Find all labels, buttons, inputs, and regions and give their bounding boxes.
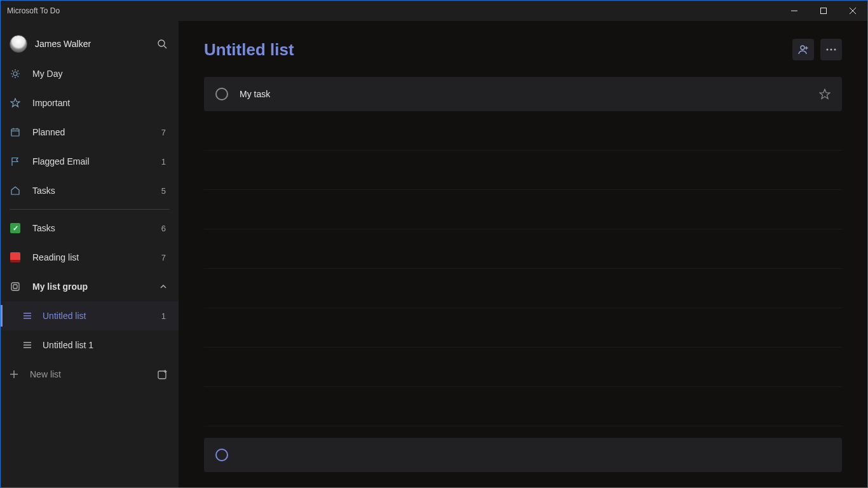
sidebar-item-count: 1 [161, 157, 170, 166]
svg-line-5 [164, 46, 166, 48]
sun-icon [10, 69, 21, 79]
flag-icon [10, 156, 21, 166]
app-body: James Walker [1, 21, 867, 487]
sidebar-item-label: Important [32, 98, 154, 108]
sidebar-group-item-untitled-1[interactable]: Untitled list 1 [1, 330, 179, 360]
sidebar-item-my-day[interactable]: My Day [1, 59, 179, 88]
header-actions [792, 39, 842, 60]
chevron-up-icon [159, 283, 167, 290]
list-lines-icon [22, 311, 32, 321]
svg-rect-31 [158, 371, 166, 379]
empty-row [204, 234, 842, 269]
group-icon [10, 281, 21, 292]
list-color-icon [10, 252, 21, 262]
close-button[interactable] [838, 1, 867, 21]
tasks-area: My task [204, 77, 842, 475]
svg-rect-16 [11, 129, 19, 136]
maximize-button[interactable] [809, 1, 838, 21]
sidebar-item-important[interactable]: Important [1, 88, 179, 118]
list-color-icon [10, 223, 21, 233]
task-title: My task [240, 89, 808, 99]
minimize-button[interactable] [780, 1, 809, 21]
empty-row [204, 274, 842, 308]
svg-line-13 [12, 76, 13, 78]
sidebar-item-count: 6 [161, 224, 170, 233]
sidebar-divider [10, 209, 170, 210]
sidebar-item-flagged[interactable]: Flagged Email 1 [1, 147, 179, 176]
svg-point-6 [13, 72, 17, 76]
svg-point-4 [158, 40, 165, 46]
svg-point-34 [801, 46, 804, 50]
empty-row [204, 195, 842, 229]
sidebar-group-item-untitled[interactable]: Untitled list 1 [1, 301, 179, 330]
add-task-input[interactable] [240, 450, 831, 460]
sidebar-item-label: Planned [32, 127, 150, 137]
window-title: Microsoft To Do [7, 6, 60, 15]
svg-rect-1 [821, 8, 827, 14]
sidebar-group-label: My list group [32, 281, 170, 292]
svg-line-12 [18, 76, 19, 78]
sidebar-list-tasks[interactable]: Tasks 6 [1, 214, 179, 243]
sidebar-item-planned[interactable]: Planned 7 [1, 118, 179, 147]
avatar [10, 35, 27, 53]
sidebar-group-header[interactable]: My list group [1, 272, 179, 301]
star-icon [10, 98, 21, 108]
sidebar-item-label: My Day [32, 69, 154, 79]
sidebar-item-label: Untitled list [43, 311, 151, 321]
sidebar-item-count: 1 [161, 311, 170, 321]
main-panel: Untitled list [179, 21, 867, 487]
user-name: James Walker [35, 39, 91, 49]
home-icon [10, 186, 21, 196]
plus-icon [10, 370, 18, 379]
person-add-icon [797, 44, 809, 55]
sidebar-item-label: Untitled list 1 [43, 340, 156, 350]
search-icon[interactable] [157, 39, 167, 49]
app-window: Microsoft To Do James Walker [0, 0, 868, 488]
sidebar-item-label: Tasks [32, 223, 150, 233]
more-button[interactable] [820, 39, 842, 60]
add-task-row[interactable] [204, 438, 842, 472]
svg-line-11 [12, 71, 13, 72]
new-list-label: New list [30, 369, 61, 379]
sidebar: James Walker [1, 21, 179, 487]
window-controls [780, 1, 867, 21]
svg-rect-21 [11, 283, 19, 290]
smart-lists: My Day Important [1, 59, 179, 389]
sidebar-item-label: Tasks [32, 186, 150, 196]
titlebar[interactable]: Microsoft To Do [1, 1, 867, 21]
svg-line-14 [18, 71, 19, 72]
sidebar-list-reading[interactable]: Reading list 7 [1, 243, 179, 272]
sidebar-item-tasks[interactable]: Tasks 5 [1, 176, 179, 205]
empty-row [204, 116, 842, 151]
list-header: Untitled list [204, 39, 842, 60]
svg-point-38 [831, 49, 832, 51]
svg-rect-22 [13, 285, 17, 288]
new-group-icon[interactable] [157, 369, 168, 380]
task-row[interactable]: My task [204, 77, 842, 111]
new-list-row[interactable]: New list [1, 360, 179, 389]
sidebar-item-label: Flagged Email [32, 156, 150, 166]
sidebar-item-label: Reading list [32, 252, 150, 262]
calendar-icon [10, 127, 21, 137]
list-lines-icon [22, 340, 32, 350]
share-button[interactable] [792, 39, 814, 60]
user-row[interactable]: James Walker [1, 29, 179, 59]
add-task-icon [215, 449, 228, 461]
svg-marker-15 [11, 98, 20, 107]
svg-point-39 [834, 49, 836, 51]
sidebar-item-count: 7 [161, 253, 170, 262]
ellipsis-icon [826, 48, 836, 51]
complete-toggle[interactable] [215, 88, 228, 100]
list-title[interactable]: Untitled list [204, 40, 294, 60]
empty-row [204, 392, 842, 426]
empty-row [204, 353, 842, 387]
empty-row [204, 156, 842, 190]
sidebar-item-count: 7 [161, 128, 170, 137]
svg-point-37 [827, 49, 829, 51]
empty-row [204, 313, 842, 348]
star-icon[interactable] [819, 88, 831, 100]
svg-marker-40 [820, 90, 830, 99]
sidebar-item-count: 5 [161, 186, 170, 196]
